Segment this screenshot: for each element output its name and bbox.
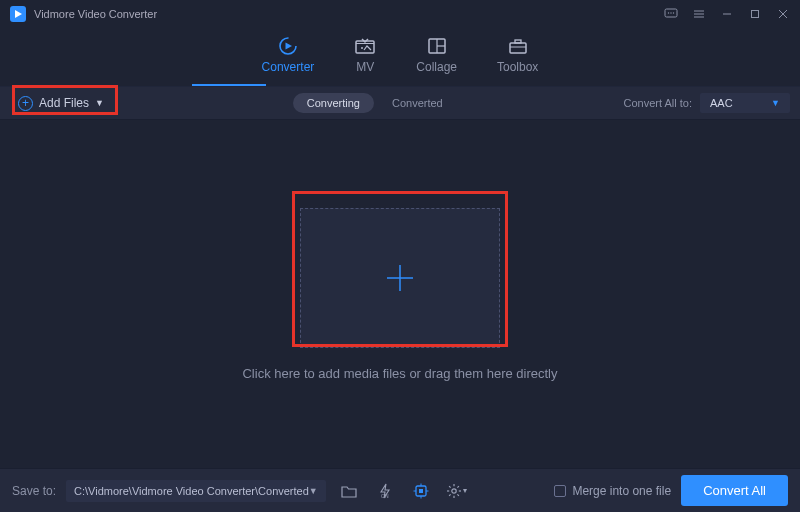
tab-converter[interactable]: Converter <box>262 36 315 84</box>
titlebar: Vidmore Video Converter <box>0 0 800 28</box>
save-path-dropdown[interactable]: C:\Vidmore\Vidmore Video Converter\Conve… <box>66 480 326 502</box>
output-format-dropdown[interactable]: AAC ▼ <box>700 93 790 113</box>
svg-rect-21 <box>515 40 521 43</box>
app-window: Vidmore Video Converter <box>0 0 800 512</box>
subbar: + Add Files ▼ Converting Converted Conve… <box>0 86 800 120</box>
svg-point-3 <box>670 12 671 13</box>
chevron-down-icon: ▾ <box>463 486 467 495</box>
seg-converted[interactable]: Converted <box>392 97 443 109</box>
collage-icon <box>426 36 448 56</box>
converter-icon <box>277 36 299 56</box>
svg-point-32 <box>452 488 456 492</box>
hardware-accel-button[interactable]: ON <box>372 480 398 502</box>
svg-point-2 <box>668 12 669 13</box>
maximize-button[interactable] <box>748 7 762 21</box>
add-media-dropzone[interactable] <box>300 208 500 348</box>
svg-marker-0 <box>15 10 22 18</box>
svg-line-40 <box>449 494 451 496</box>
chevron-down-icon: ▼ <box>771 98 780 108</box>
menu-icon[interactable] <box>692 7 706 21</box>
svg-text:ON: ON <box>381 493 389 499</box>
chevron-down-icon: ▼ <box>95 98 104 108</box>
open-folder-button[interactable] <box>336 480 362 502</box>
main-tabs: Converter MV Collage Toolbox <box>0 28 800 86</box>
svg-point-4 <box>673 12 674 13</box>
svg-rect-20 <box>510 43 526 53</box>
app-logo-icon <box>10 6 26 22</box>
merge-checkbox[interactable]: Merge into one file <box>554 484 671 498</box>
mv-icon <box>354 36 376 56</box>
svg-marker-13 <box>285 43 292 50</box>
close-button[interactable] <box>776 7 790 21</box>
svg-line-39 <box>458 486 460 488</box>
bottombar: Save to: C:\Vidmore\Vidmore Video Conver… <box>0 468 800 512</box>
minimize-button[interactable] <box>720 7 734 21</box>
add-files-button[interactable]: + Add Files ▼ <box>10 93 112 114</box>
app-title: Vidmore Video Converter <box>34 8 664 20</box>
svg-rect-9 <box>752 11 759 18</box>
feedback-icon[interactable] <box>664 7 678 21</box>
seg-converting[interactable]: Converting <box>293 93 374 113</box>
convert-all-button[interactable]: Convert All <box>681 475 788 506</box>
svg-line-38 <box>458 494 460 496</box>
svg-rect-27 <box>419 489 423 493</box>
svg-line-37 <box>449 486 451 488</box>
main-area: Click here to add media files or drag th… <box>0 120 800 468</box>
dropzone-hint: Click here to add media files or drag th… <box>242 366 557 381</box>
svg-point-16 <box>361 47 363 49</box>
toolbox-icon <box>507 36 529 56</box>
convert-all-label: Convert All to: <box>624 97 692 109</box>
tab-mv[interactable]: MV <box>354 36 376 84</box>
status-segment: Converting Converted <box>293 93 443 113</box>
save-to-label: Save to: <box>12 484 56 498</box>
plus-icon <box>383 261 417 295</box>
plus-circle-icon: + <box>18 96 33 111</box>
gpu-button[interactable] <box>408 480 434 502</box>
checkbox-box-icon <box>554 485 566 497</box>
tab-toolbox[interactable]: Toolbox <box>497 36 538 84</box>
settings-button[interactable]: ▾ <box>444 480 470 502</box>
tab-collage[interactable]: Collage <box>416 36 457 84</box>
chevron-down-icon: ▼ <box>309 486 318 496</box>
